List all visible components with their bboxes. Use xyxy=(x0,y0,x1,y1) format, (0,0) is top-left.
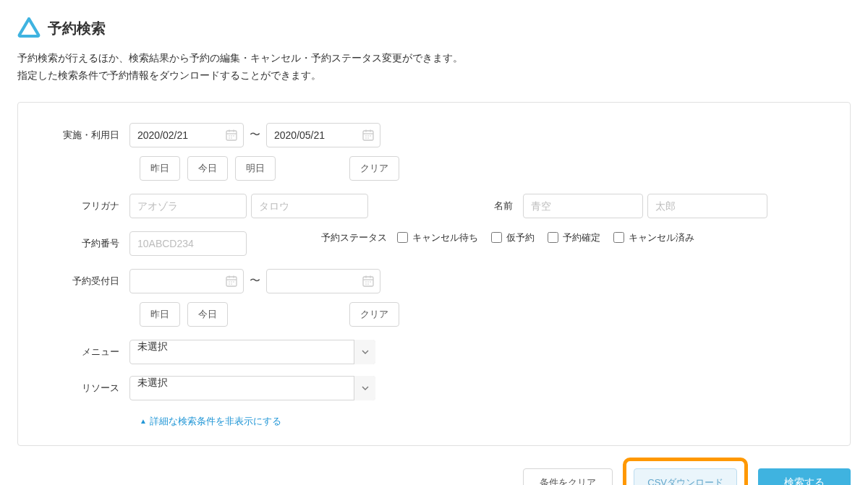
furigana-label: フリガナ xyxy=(43,199,129,213)
received-date-from-input[interactable] xyxy=(129,269,244,293)
page-description: 予約検索が行えるほか、検索結果から予約の編集・キャンセル・予約ステータス変更がで… xyxy=(17,50,851,85)
number-status-row: 予約番号 予約ステータス キャンセル待ち 仮予約 予約確定 xyxy=(43,231,825,256)
clear-conditions-button[interactable]: 条件をクリア xyxy=(523,468,613,485)
usage-date-to-input[interactable] xyxy=(266,123,380,147)
tilde-separator: 〜 xyxy=(248,274,262,288)
furigana-name-row: フリガナ 名前 xyxy=(43,194,825,218)
status-checkbox-group: キャンセル待ち 仮予約 予約確定 キャンセル済み xyxy=(397,231,694,244)
menu-row: メニュー 未選択 xyxy=(43,340,825,364)
booking-number-input[interactable] xyxy=(129,231,247,256)
checkbox-input[interactable] xyxy=(491,232,502,243)
csv-download-button[interactable]: CSVダウンロード xyxy=(634,468,737,485)
toggle-advanced-link[interactable]: ▲ 詳細な検索条件を非表示にする xyxy=(140,415,281,428)
usage-today-button[interactable]: 今日 xyxy=(187,156,228,181)
tilde-separator: 〜 xyxy=(248,128,262,142)
checkbox-input[interactable] xyxy=(548,232,558,243)
page-header: 予約検索 xyxy=(17,17,851,40)
checkbox-label: キャンセル済み xyxy=(629,231,694,244)
booking-number-label: 予約番号 xyxy=(43,237,129,250)
furigana-first-input[interactable] xyxy=(251,194,368,218)
usage-tomorrow-button[interactable]: 明日 xyxy=(235,156,276,181)
menu-select[interactable]: 未選択 xyxy=(129,340,375,364)
csv-highlight-frame: CSVダウンロード xyxy=(623,458,748,485)
resource-select[interactable]: 未選択 xyxy=(129,376,375,400)
search-button[interactable]: 検索する xyxy=(758,468,851,485)
status-label: 予約ステータス xyxy=(310,231,397,244)
search-panel: 実施・利用日 〜 昨日 今日 明日 クリア フリガナ xyxy=(17,102,851,446)
received-today-button[interactable]: 今日 xyxy=(187,302,228,327)
description-line-2: 指定した検索条件で予約情報をダウンロードすることができます。 xyxy=(17,67,851,85)
received-date-to-input[interactable] xyxy=(266,269,380,293)
received-date-row: 予約受付日 〜 xyxy=(43,269,825,293)
checkbox-input[interactable] xyxy=(397,232,408,243)
received-date-quick-buttons: 昨日 今日 クリア xyxy=(140,302,825,327)
usage-clear-button[interactable]: クリア xyxy=(349,156,399,181)
received-clear-button[interactable]: クリア xyxy=(349,302,399,327)
resource-row: リソース 未選択 xyxy=(43,376,825,400)
menu-label: メニュー xyxy=(43,345,129,359)
usage-date-row: 実施・利用日 〜 xyxy=(43,123,825,147)
toggle-advanced-label: 詳細な検索条件を非表示にする xyxy=(150,415,281,428)
usage-date-quick-buttons: 昨日 今日 明日 クリア xyxy=(140,156,825,181)
action-bar: 条件をクリア CSVダウンロード 検索する xyxy=(17,458,851,485)
resource-label: リソース xyxy=(43,382,129,395)
usage-date-label: 実施・利用日 xyxy=(43,129,129,142)
received-date-label: 予約受付日 xyxy=(43,275,129,288)
name-last-input[interactable] xyxy=(523,194,643,218)
received-yesterday-button[interactable]: 昨日 xyxy=(140,302,180,327)
usage-yesterday-button[interactable]: 昨日 xyxy=(140,156,180,181)
name-label: 名前 xyxy=(484,199,523,213)
status-cancelled-checkbox[interactable]: キャンセル済み xyxy=(613,231,694,244)
checkbox-label: キャンセル待ち xyxy=(412,231,478,244)
triangle-up-icon: ▲ xyxy=(140,417,147,425)
logo-icon xyxy=(17,17,41,40)
checkbox-label: 仮予約 xyxy=(506,231,535,244)
name-first-input[interactable] xyxy=(647,194,767,218)
checkbox-input[interactable] xyxy=(613,232,624,243)
usage-date-from-input[interactable] xyxy=(129,123,244,147)
description-line-1: 予約検索が行えるほか、検索結果から予約の編集・キャンセル・予約ステータス変更がで… xyxy=(17,50,851,67)
status-provisional-checkbox[interactable]: 仮予約 xyxy=(491,231,535,244)
checkbox-label: 予約確定 xyxy=(563,231,600,244)
furigana-last-input[interactable] xyxy=(129,194,247,218)
status-confirmed-checkbox[interactable]: 予約確定 xyxy=(548,231,600,244)
status-waitlist-checkbox[interactable]: キャンセル待ち xyxy=(397,231,478,244)
page-title: 予約検索 xyxy=(48,19,106,38)
